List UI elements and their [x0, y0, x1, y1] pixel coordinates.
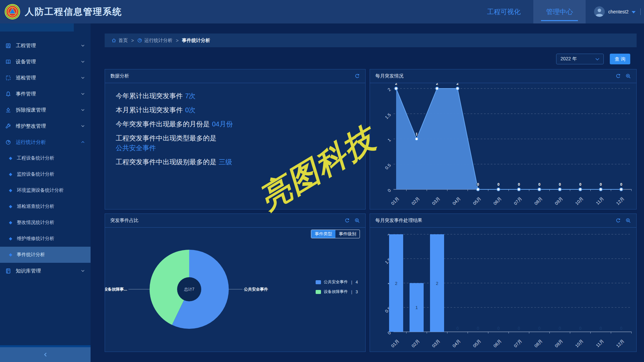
sidebar-item-inspection-mgmt[interactable]: 巡检管理 — [0, 70, 91, 86]
main-content: 首页 > 运行统计分析 > 事件统计分析 2022 年 查 询 数据分析 — [91, 23, 644, 362]
diamond-bullet-icon — [9, 221, 12, 224]
sidebar-subitem-inspection-stats[interactable]: 巡检巡查统计分析 — [0, 198, 91, 215]
svg-text:11月: 11月 — [595, 196, 605, 206]
sidebar-subitem-event-stats[interactable]: 事件统计分析 — [0, 247, 91, 263]
svg-text:1: 1 — [416, 132, 418, 136]
diamond-bullet-icon — [9, 157, 12, 160]
legend-item[interactable]: 设备故障事件 | 3 — [316, 289, 358, 295]
analysis-value: 三级 — [219, 158, 232, 166]
svg-text:0: 0 — [497, 326, 500, 331]
breadcrumb: 首页 > 运行统计分析 > 事件统计分析 — [105, 34, 637, 47]
sidebar-subitem-repair-stats[interactable]: 维护维修统计分析 — [0, 231, 91, 247]
sidebar-subitem-project-device-stats[interactable]: 工程设备统计分析 — [0, 150, 91, 166]
svg-text:06月: 06月 — [492, 339, 502, 349]
book-icon — [5, 268, 11, 274]
panel-data-analysis: 数据分析 今年累计出现突发事件7次 本月累计出现突发事件0次 今年突发事件出现最… — [105, 69, 366, 209]
panel-header: 每月突发情况 — [370, 69, 636, 83]
svg-text:2: 2 — [457, 83, 459, 85]
svg-text:02月: 02月 — [411, 196, 421, 206]
legend-item[interactable]: 公共安全事件 | 4 — [316, 279, 358, 285]
diamond-bullet-icon — [9, 189, 12, 192]
sidebar-collapse-button[interactable] — [0, 345, 91, 362]
analysis-value: 04月份 — [212, 120, 233, 128]
sidebar-item-event-mgmt[interactable]: 事件管理 — [0, 86, 91, 102]
refresh-icon[interactable] — [344, 218, 350, 223]
svg-text:08月: 08月 — [533, 339, 543, 349]
sidebar-item-project-mgmt[interactable]: 工程管理 — [0, 38, 91, 54]
svg-text:10月: 10月 — [574, 196, 584, 206]
zoom-in-icon[interactable] — [355, 218, 360, 223]
demolition-icon — [5, 107, 11, 113]
svg-text:11月: 11月 — [595, 339, 605, 348]
query-button[interactable]: 查 询 — [610, 54, 630, 64]
line-chart[interactable]: 00.511.5201月02月03月04月05月06月07月08月09月10月1… — [370, 83, 636, 209]
svg-text:09月: 09月 — [554, 196, 564, 206]
svg-text:0: 0 — [477, 326, 479, 331]
user-name: chentest2 — [608, 9, 629, 14]
chevron-down-icon — [632, 11, 636, 13]
sidebar-item-demolition-mgmt[interactable]: 拆除报废管理 — [0, 102, 91, 118]
chevron-down-icon — [81, 109, 85, 111]
bar-chart[interactable]: 00.511.5201月02月03月04月05月06月07月08月09月10月1… — [370, 228, 636, 352]
breadcrumb-home[interactable]: 首页 — [111, 38, 128, 44]
svg-text:04月: 04月 — [451, 196, 462, 206]
pie-chart-icon — [137, 38, 142, 43]
breadcrumb-separator: > — [131, 38, 134, 43]
refresh-icon[interactable] — [355, 73, 360, 79]
sidebar-subitem-env-device-stats[interactable]: 环境监测设备统计分析 — [0, 182, 91, 198]
svg-text:0: 0 — [538, 182, 540, 186]
panel-header: 突发事件占比 — [105, 214, 365, 228]
svg-text:0.5: 0.5 — [384, 163, 392, 170]
analysis-line: 今年突发事件出现最多的月份是04月份 — [116, 119, 337, 129]
diamond-bullet-icon — [9, 205, 12, 208]
sidebar-item-maintenance-mgmt[interactable]: 维护整改管理 — [0, 118, 91, 134]
breadcrumb-section[interactable]: 运行统计分析 — [137, 38, 172, 44]
chevron-down-icon — [81, 125, 85, 127]
nav-project-visualization[interactable]: 工程可视化 — [474, 0, 533, 23]
toggle-event-level[interactable]: 事件级别 — [335, 230, 360, 238]
device-icon — [5, 59, 11, 65]
svg-text:0: 0 — [559, 182, 561, 186]
pie-legend: 公共安全事件 | 4 设备故障事件 | 3 — [316, 279, 358, 295]
ratio-toggle-group: 事件类型 事件级别 — [311, 230, 360, 238]
chevron-down-icon — [595, 58, 599, 60]
svg-text:07月: 07月 — [513, 339, 523, 349]
chevron-down-icon — [81, 270, 85, 272]
svg-text:03月: 03月 — [431, 339, 441, 349]
svg-text:03月: 03月 — [431, 196, 441, 206]
zoom-in-icon[interactable] — [626, 73, 631, 79]
svg-text:08月: 08月 — [533, 196, 543, 206]
svg-text:0: 0 — [538, 326, 541, 331]
nav-management-center[interactable]: 管理中心 — [533, 0, 586, 23]
svg-text:07月: 07月 — [513, 196, 523, 206]
project-icon — [5, 43, 11, 49]
svg-text:04月: 04月 — [451, 339, 462, 349]
analysis-line: 本月累计出现突发事件0次 — [116, 105, 337, 115]
sidebar-item-operation-stats[interactable]: 运行统计分析 — [0, 134, 91, 150]
app-title: 人防工程信息管理系统 — [25, 6, 122, 18]
zoom-in-icon[interactable] — [626, 218, 631, 223]
refresh-icon[interactable] — [615, 218, 621, 223]
year-select[interactable]: 2022 年 — [556, 54, 604, 64]
sidebar-subitem-monitor-device-stats[interactable]: 监控设备统计分析 — [0, 166, 91, 182]
header-divider — [640, 8, 641, 15]
user-menu[interactable]: chentest2 — [586, 0, 640, 23]
breadcrumb-current: 事件统计分析 — [182, 38, 210, 44]
svg-text:0: 0 — [620, 326, 623, 331]
panel-title: 突发事件占比 — [110, 218, 139, 224]
sidebar-item-knowledge-mgmt[interactable]: 知识库管理 — [0, 263, 91, 279]
panel-monthly-events: 每月突发情况 00.511.5201月02月03月04月05月06月07月08月… — [370, 69, 637, 209]
sidebar-subitem-rectification-stats[interactable]: 整改情况统计分析 — [0, 215, 91, 231]
diamond-bullet-icon — [9, 173, 12, 176]
svg-text:12月: 12月 — [615, 196, 625, 206]
sidebar-item-device-mgmt[interactable]: 设备管理 — [0, 54, 91, 70]
legend-swatch-green — [316, 290, 321, 294]
chevron-down-icon — [81, 93, 85, 95]
analysis-value: 公共安全事件 — [116, 143, 337, 153]
svg-text:1: 1 — [415, 305, 418, 310]
year-select-value: 2022 年 — [560, 56, 577, 62]
toggle-event-type[interactable]: 事件类型 — [311, 230, 335, 238]
refresh-icon[interactable] — [615, 73, 621, 79]
svg-text:0: 0 — [620, 182, 622, 186]
analysis-value: 7次 — [185, 92, 196, 100]
